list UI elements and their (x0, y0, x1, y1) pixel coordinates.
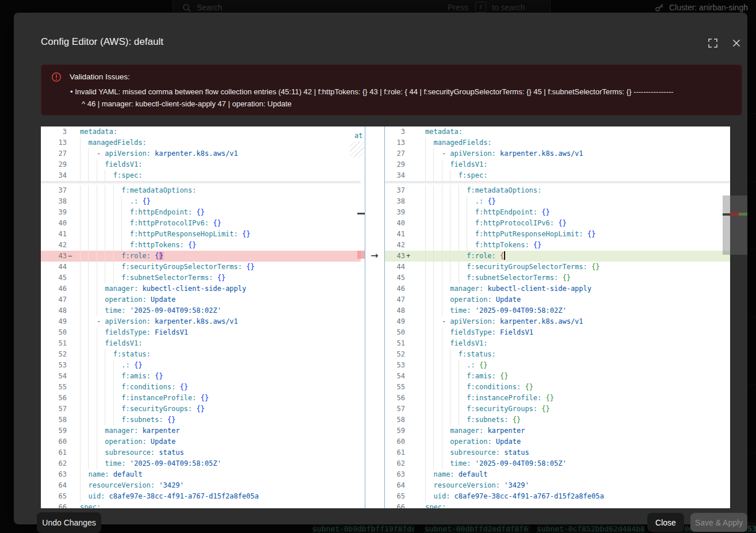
code-line-51[interactable]: 51 fieldsV1: (41, 338, 361, 349)
code-text: metadata: (80, 128, 117, 136)
code-line-34[interactable]: 34 f:spec: (384, 170, 730, 181)
code-line-63[interactable]: 63 name: default (384, 469, 730, 480)
code-text: - apiVersion: karpenter.k8s.aws/v1 (80, 317, 238, 325)
code-line-59[interactable]: 59 manager: karpenter (41, 425, 361, 436)
code-line-65[interactable]: 65 uid: c8afe97e-38cc-4f91-a767-d15f2a8f… (384, 491, 730, 502)
code-text: fieldsV1: (80, 339, 142, 347)
code-line-57[interactable]: 57 f:securityGroups: {} (41, 404, 361, 415)
line-number: 64 (384, 480, 405, 491)
code-line-39[interactable]: 39 f:httpEndpoint: {} (41, 207, 361, 218)
code-line-54[interactable]: 54 f:amis: {} (41, 371, 361, 382)
code-line-52[interactable]: 52 f:status: (41, 349, 361, 360)
undo-changes-button[interactable]: Undo Changes (37, 512, 101, 533)
code-line-60[interactable]: 60 operation: Update (41, 436, 361, 447)
line-number: 61 (384, 447, 405, 458)
code-line-61[interactable]: 61 subresource: status (384, 447, 730, 458)
code-line-50[interactable]: 50 fieldsType: FieldsV1 (384, 327, 730, 338)
overview-ruler-slider[interactable] (730, 195, 747, 255)
code-line-59[interactable]: 59 manager: karpenter (384, 425, 730, 436)
code-line-50[interactable]: 50 fieldsType: FieldsV1 (41, 327, 361, 338)
code-line-66[interactable]: 66spec: (384, 502, 730, 508)
code-line-48[interactable]: 48 time: '2025-09-04T09:58:02Z' (41, 305, 361, 316)
code-line-63[interactable]: 63 name: default (41, 469, 361, 480)
code-text: spec: (80, 503, 101, 508)
code-line-60[interactable]: 60 operation: Update (384, 436, 730, 447)
code-line-45[interactable]: 45 f:subnetSelectorTerms: {} (384, 273, 730, 283)
collapsed-region-header[interactable]: 3metadata:13 managedFields:27 - apiVersi… (384, 126, 730, 182)
code-line-53[interactable]: 53 .: {} (384, 360, 730, 371)
code-line-43[interactable]: 43+ f:role: { (384, 251, 730, 262)
code-line-58[interactable]: 58 f:subnets: {} (384, 415, 730, 425)
editor-scrollbar[interactable] (723, 195, 730, 255)
line-number: 56 (41, 393, 67, 404)
yaml-diff-editor[interactable]: 3metadata:13 managedFields:27 - apiVersi… (41, 126, 730, 508)
code-line-3[interactable]: 3metadata: (384, 126, 730, 137)
code-line-53[interactable]: 53 .: {} (41, 360, 361, 371)
code-line-62[interactable]: 62 time: '2025-09-04T09:58:05Z' (41, 458, 361, 469)
code-line-44[interactable]: 44 f:securityGroupSelectorTerms: {} (41, 262, 361, 273)
code-line-64[interactable]: 64 resourceVersion: '3429' (384, 480, 730, 491)
diff-modified-pane[interactable]: 3metadata:13 managedFields:27 - apiVersi… (384, 126, 730, 508)
code-line-37[interactable]: 37 f:metadataOptions: (41, 185, 361, 196)
code-line-42[interactable]: 42 f:httpTokens: {} (41, 240, 361, 251)
code-line-61[interactable]: 61 subresource: status (41, 447, 361, 458)
code-line-52[interactable]: 52 f:status: (384, 349, 730, 360)
code-line-42[interactable]: 42 f:httpTokens: {} (384, 240, 730, 251)
code-line-34[interactable]: 34 f:spec: (41, 170, 361, 181)
code-line-47[interactable]: 47 operation: Update (41, 294, 361, 305)
line-number: 44 (41, 262, 67, 273)
code-line-37[interactable]: 37 f:metadataOptions: (384, 185, 730, 196)
code-line-45[interactable]: 45 f:subnetSelectorTerms: {} (41, 273, 361, 283)
code-line-48[interactable]: 48 time: '2025-09-04T09:58:02Z' (384, 305, 730, 316)
code-line-46[interactable]: 46 manager: kubectl-client-side-apply (384, 283, 730, 294)
code-line-44[interactable]: 44 f:securityGroupSelectorTerms: {} (384, 262, 730, 273)
save-apply-button[interactable]: Save & Apply (690, 513, 747, 532)
code-line-55[interactable]: 55 f:conditions: {} (41, 382, 361, 393)
code-lines[interactable]: 37 f:metadataOptions:38 .: {}39 f:httpEn… (41, 185, 361, 508)
code-line-49[interactable]: 49 - apiVersion: karpenter.k8s.aws/v1 (41, 316, 361, 327)
code-line-62[interactable]: 62 time: '2025-09-04T09:58:05Z' (384, 458, 730, 469)
code-line-51[interactable]: 51 fieldsV1: (384, 338, 730, 349)
code-line-27[interactable]: 27 - apiVersion: karpenter.k8s.aws/v1 (384, 148, 730, 159)
code-line-29[interactable]: 29 fieldsV1: (384, 159, 730, 170)
code-line-55[interactable]: 55 f:conditions: {} (384, 382, 730, 393)
code-line-41[interactable]: 41 f:httpPutResponseHopLimit: {} (41, 229, 361, 240)
code-line-41[interactable]: 41 f:httpPutResponseHopLimit: {} (384, 229, 730, 240)
code-line-40[interactable]: 40 f:httpProtocolIPv6: {} (41, 218, 361, 229)
code-line-56[interactable]: 56 f:instanceProfile: {} (41, 393, 361, 404)
close-icon[interactable] (731, 38, 742, 48)
code-lines[interactable]: 37 f:metadataOptions:38 .: {}39 f:httpEn… (384, 185, 730, 508)
code-line-13[interactable]: 13 managedFields: (41, 137, 361, 148)
code-line-39[interactable]: 39 f:httpEndpoint: {} (384, 207, 730, 218)
code-line-43[interactable]: 43− f:role: {} (41, 251, 361, 262)
diff-overview-ruler[interactable] (730, 126, 747, 508)
code-line-58[interactable]: 58 f:subnets: {} (41, 415, 361, 425)
code-line-38[interactable]: 38 .: {} (41, 196, 361, 207)
expand-icon[interactable] (708, 38, 718, 48)
close-button[interactable]: Close (647, 513, 684, 532)
code-line-27[interactable]: 27 - apiVersion: karpenter.k8s.aws/v1 (41, 148, 361, 159)
code-line-38[interactable]: 38 .: {} (384, 196, 730, 207)
line-number: 56 (384, 393, 405, 404)
revert-change-arrow-icon[interactable]: → (368, 250, 381, 261)
line-number: 45 (41, 273, 67, 283)
code-line-29[interactable]: 29 fieldsV1: (41, 159, 361, 170)
code-line-46[interactable]: 46 manager: kubectl-client-side-apply (41, 283, 361, 294)
code-text: - apiVersion: karpenter.k8s.aws/v1 (425, 149, 583, 158)
code-line-66[interactable]: 66spec: (41, 502, 361, 508)
code-line-56[interactable]: 56 f:instanceProfile: {} (384, 393, 730, 404)
code-line-47[interactable]: 47 operation: Update (384, 294, 730, 305)
line-number: 54 (41, 371, 67, 382)
code-line-57[interactable]: 57 f:securityGroups: {} (384, 404, 730, 415)
code-text: resourceVersion: '3429' (80, 481, 184, 489)
line-number: 3 (41, 126, 67, 137)
code-line-13[interactable]: 13 managedFields: (384, 137, 730, 148)
code-line-54[interactable]: 54 f:amis: {} (384, 371, 730, 382)
code-line-3[interactable]: 3metadata: (41, 126, 361, 137)
code-line-64[interactable]: 64 resourceVersion: '3429' (41, 480, 361, 491)
code-line-49[interactable]: 49 - apiVersion: karpenter.k8s.aws/v1 (384, 316, 730, 327)
code-line-65[interactable]: 65 uid: c8afe97e-38cc-4f91-a767-d15f2a8f… (41, 491, 361, 502)
diff-original-pane[interactable]: 3metadata:13 managedFields:27 - apiVersi… (41, 126, 361, 508)
code-line-40[interactable]: 40 f:httpProtocolIPv6: {} (384, 218, 730, 229)
collapsed-region-header[interactable]: 3metadata:13 managedFields:27 - apiVersi… (41, 126, 361, 182)
